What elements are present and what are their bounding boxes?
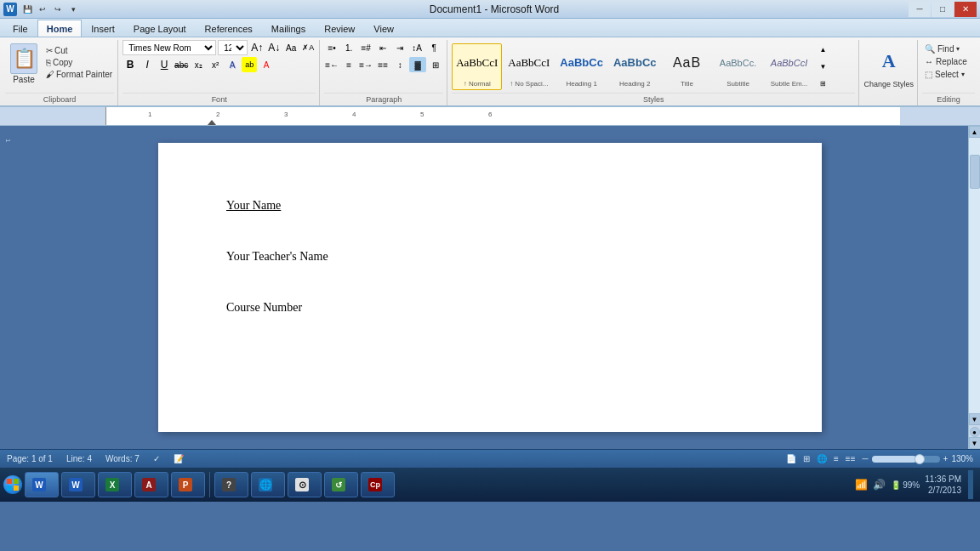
- close-button[interactable]: ✕: [954, 2, 977, 17]
- taskbar-unknown-2[interactable]: ↺: [324, 472, 358, 497]
- font-color-button[interactable]: A: [259, 57, 274, 72]
- line-spacing-button[interactable]: ↕: [392, 57, 407, 72]
- tray-network-icon[interactable]: 📶: [855, 479, 868, 491]
- status-view-full[interactable]: ⊞: [803, 454, 810, 463]
- document-scroll-area[interactable]: Your Name Your Teacher's Name Course Num…: [12, 126, 968, 449]
- maximize-button[interactable]: □: [932, 2, 954, 17]
- scroll-up-button[interactable]: ▲: [969, 126, 981, 138]
- style-subtle-em[interactable]: AaBbCcI Subtle Em...: [765, 43, 814, 90]
- show-formatting-button[interactable]: ¶: [426, 40, 442, 55]
- status-view-print[interactable]: 📄: [786, 454, 796, 463]
- select-browse-object-button[interactable]: ●: [970, 427, 980, 437]
- replace-button[interactable]: ↔ Replace: [922, 56, 975, 67]
- battery-indicator[interactable]: 🔋 99%: [891, 480, 920, 490]
- status-view-web[interactable]: 🌐: [817, 454, 827, 463]
- borders-button[interactable]: ⊞: [428, 57, 443, 72]
- redo-quick-btn[interactable]: ↪: [51, 3, 65, 15]
- tray-speaker-icon[interactable]: 🔊: [873, 479, 886, 491]
- italic-button[interactable]: I: [140, 57, 155, 72]
- scissors-icon: ✂: [46, 46, 53, 55]
- text-highlight-button[interactable]: ab: [242, 57, 257, 72]
- select-button[interactable]: ⬚ Select ▾: [922, 69, 975, 80]
- ppt-icon: P: [179, 478, 192, 491]
- tab-page-layout[interactable]: Page Layout: [124, 20, 196, 37]
- font-size-select[interactable]: 12: [218, 40, 248, 55]
- align-center-button[interactable]: ≡: [341, 57, 356, 72]
- underline-button[interactable]: U: [157, 57, 172, 72]
- zoom-slider[interactable]: [872, 456, 940, 463]
- align-left-button[interactable]: ≡←: [324, 57, 339, 72]
- zoom-handle[interactable]: [914, 454, 925, 464]
- superscript-button[interactable]: x²: [208, 57, 223, 72]
- styles-scroll-up[interactable]: ▲: [816, 42, 831, 57]
- styles-more[interactable]: ⊞: [816, 76, 831, 91]
- styles-scroll-down[interactable]: ▼: [816, 59, 831, 74]
- numbering-button[interactable]: 1.: [341, 40, 356, 55]
- shrink-font-button[interactable]: A↓: [266, 40, 282, 55]
- bold-button[interactable]: B: [122, 57, 138, 72]
- style-normal[interactable]: AaBbCcI ↑ Normal: [452, 43, 502, 90]
- taskbar-earth[interactable]: 🌐: [251, 472, 285, 497]
- status-view-draft[interactable]: ≡≡: [846, 454, 856, 463]
- copy-button[interactable]: ⎘ Copy: [44, 57, 114, 68]
- status-view-outline[interactable]: ≡: [834, 454, 839, 463]
- taskbar-access[interactable]: A: [134, 472, 168, 497]
- style-title[interactable]: AaB Title: [663, 43, 712, 90]
- style-subtitle[interactable]: AaBbCc. Subtitle: [714, 43, 763, 90]
- tab-references[interactable]: References: [196, 20, 262, 37]
- undo-quick-btn[interactable]: ↩: [36, 3, 49, 15]
- tab-review[interactable]: Review: [315, 20, 364, 37]
- change-styles-button[interactable]: A: [872, 44, 906, 78]
- document-page[interactable]: Your Name Your Teacher's Name Course Num…: [158, 143, 822, 432]
- paste-button[interactable]: 📋 Paste: [5, 42, 43, 86]
- scroll-down-button[interactable]: ▼: [969, 413, 981, 425]
- scrollbar-thumb[interactable]: [970, 155, 980, 189]
- zoom-out-button[interactable]: ─: [862, 454, 868, 463]
- scrollbar-track[interactable]: [969, 138, 981, 413]
- tab-home[interactable]: Home: [37, 20, 83, 37]
- format-painter-button[interactable]: 🖌 Format Painter: [44, 69, 114, 80]
- strikethrough-button[interactable]: abc: [174, 57, 189, 72]
- status-track-changes: 📝: [174, 454, 184, 463]
- taskbar-word-app[interactable]: W: [61, 472, 95, 497]
- customize-quick-btn[interactable]: ▾: [66, 3, 80, 15]
- style-heading2[interactable]: AaBbCc Heading 2: [609, 43, 661, 90]
- decrease-indent-button[interactable]: ⇤: [375, 40, 390, 55]
- text-effects-button[interactable]: A: [225, 57, 240, 72]
- save-quick-btn[interactable]: 💾: [20, 3, 34, 15]
- taskbar-ppt[interactable]: P: [171, 472, 205, 497]
- taskbar-chrome[interactable]: ⊙: [288, 472, 322, 497]
- shading-button[interactable]: ▓: [409, 57, 426, 72]
- bullets-button[interactable]: ≡•: [324, 40, 339, 55]
- style-heading1[interactable]: AaBbCc Heading 1: [556, 43, 607, 90]
- tab-insert[interactable]: Insert: [82, 20, 124, 37]
- cut-button[interactable]: ✂ Cut: [44, 45, 114, 56]
- minimize-button[interactable]: ─: [909, 2, 931, 17]
- clear-formatting-button[interactable]: ✗A: [300, 40, 316, 55]
- taskbar-adobe[interactable]: Cp: [361, 472, 395, 497]
- next-page-button[interactable]: ▼: [969, 437, 981, 449]
- multilevel-list-button[interactable]: ≡#: [358, 40, 373, 55]
- subscript-button[interactable]: x₂: [191, 57, 206, 72]
- align-right-button[interactable]: ≡→: [358, 57, 373, 72]
- change-case-button[interactable]: Aa: [283, 40, 299, 55]
- taskbar-excel[interactable]: X: [98, 472, 132, 497]
- show-desktop-button[interactable]: [968, 470, 973, 499]
- style-no-spacing[interactable]: AaBbCcI ↑ No Spaci...: [504, 43, 554, 90]
- taskbar-unknown-1[interactable]: ?: [214, 472, 248, 497]
- tab-mailings[interactable]: Mailings: [262, 20, 315, 37]
- tab-file[interactable]: File: [3, 20, 37, 37]
- increase-indent-button[interactable]: ⇥: [392, 40, 407, 55]
- start-button[interactable]: [3, 475, 22, 494]
- ruler-main[interactable]: 1 2 3 4 5 6: [12, 107, 968, 125]
- font-name-select[interactable]: Times New Rom: [122, 40, 216, 55]
- zoom-in-button[interactable]: +: [943, 454, 949, 463]
- zoom-level[interactable]: 130%: [951, 454, 973, 463]
- find-button[interactable]: 🔍 Find ▾: [922, 43, 975, 54]
- taskbar-word-doc[interactable]: W: [25, 472, 59, 497]
- tab-view[interactable]: View: [364, 20, 403, 37]
- sort-button[interactable]: ↕A: [409, 40, 424, 55]
- justify-button[interactable]: ≡≡: [375, 57, 390, 72]
- tab-stop-marker[interactable]: [208, 120, 216, 125]
- grow-font-button[interactable]: A↑: [249, 40, 265, 55]
